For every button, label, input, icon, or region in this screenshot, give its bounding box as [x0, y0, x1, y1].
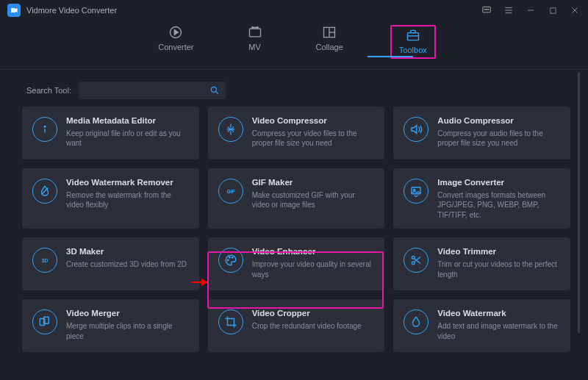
search-label: Search Tool:	[26, 86, 71, 95]
svg-line-23	[216, 92, 218, 94]
tab-toolbox[interactable]: Toolbox	[390, 25, 436, 59]
scrollbar[interactable]	[578, 72, 580, 333]
tool-title: Video Enhancer	[252, 246, 375, 257]
svg-point-22	[211, 87, 216, 92]
tool-video-compressor[interactable]: Video CompressorCompress your video file…	[208, 107, 385, 159]
tool-video-merger[interactable]: Video MergerMerge multiple clips into a …	[22, 299, 199, 352]
tab-collage[interactable]: Collage	[310, 25, 349, 59]
tool-image-converter[interactable]: Image ConverterConvert images formats be…	[393, 168, 570, 229]
svg-text:GIF: GIF	[226, 189, 234, 194]
svg-rect-20	[410, 30, 415, 32]
scissors-icon	[404, 248, 429, 273]
tool-title: Video Cropper	[252, 308, 375, 319]
tab-converter[interactable]: Converter	[152, 25, 199, 59]
svg-point-2	[486, 9, 487, 10]
tool-title: Video Trimmer	[437, 246, 560, 257]
water-icon	[404, 309, 429, 334]
image-convert-icon	[404, 179, 429, 204]
tool-desc: Compress your audio files to the proper …	[437, 129, 560, 148]
maximize-button[interactable]	[547, 4, 559, 16]
tool-title: Video Compressor	[252, 115, 375, 126]
tool-desc: Convert images formats between JPG/JPEG,…	[437, 190, 560, 221]
tool-title: Media Metadata Editor	[66, 115, 189, 126]
svg-rect-8	[550, 7, 555, 12]
tool-title: Video Watermark Remover	[66, 177, 189, 188]
merge-icon	[32, 309, 57, 334]
tool-desc: Add text and image watermark to the vide…	[437, 321, 560, 341]
crop-icon	[218, 309, 243, 334]
tools-grid: Media Metadata EditorKeep original file …	[22, 107, 570, 352]
app-logo-icon	[7, 4, 21, 17]
tool-desc: Keep original file info or edit as you w…	[66, 129, 189, 148]
tool-media-metadata-editor[interactable]: Media Metadata EditorKeep original file …	[22, 107, 199, 159]
tool-desc: Make customized GIF with your video or i…	[252, 190, 375, 210]
tool-desc: Create customized 3D video from 2D	[66, 259, 189, 270]
tool-video-watermark-remover[interactable]: Video Watermark RemoverRemove the waterm…	[22, 168, 199, 229]
svg-point-34	[232, 257, 233, 259]
svg-point-3	[488, 9, 489, 10]
tab-mv[interactable]: MV	[241, 25, 269, 59]
tool-title: Image Converter	[437, 177, 560, 188]
palette-icon	[218, 248, 243, 273]
titlebar: Vidmore Video Converter	[0, 0, 588, 21]
tool-desc: Improve your video quality in several wa…	[252, 259, 375, 279]
svg-point-32	[227, 260, 229, 262]
window-controls	[481, 4, 581, 16]
info-icon	[32, 117, 57, 142]
tool-desc: Merge multiple clips into a single piece	[66, 321, 189, 341]
main-nav: Converter MV Collage Toolbox	[0, 21, 588, 70]
tool-video-watermark[interactable]: Video WatermarkAdd text and image waterm…	[393, 299, 570, 352]
tab-converter-label: Converter	[158, 43, 193, 51]
gif-icon: GIF	[218, 179, 243, 204]
tool-3d-maker[interactable]: 3D 3D MakerCreate customized 3D video fr…	[22, 237, 199, 290]
threed-icon: 3D	[32, 248, 57, 273]
search-icon[interactable]	[209, 85, 220, 96]
close-button[interactable]	[569, 4, 581, 16]
tool-desc: Crop the redundant video footage	[252, 321, 375, 331]
tool-title: Audio Compressor	[437, 115, 560, 126]
svg-point-35	[412, 257, 415, 259]
svg-text:3D: 3D	[42, 258, 49, 263]
audio-compress-icon	[404, 117, 429, 142]
tool-video-trimmer[interactable]: Video TrimmerTrim or cut your videos to …	[393, 237, 570, 290]
tool-title: GIF Maker	[252, 177, 375, 188]
svg-point-33	[229, 257, 230, 259]
search-input[interactable]	[85, 86, 209, 95]
active-tab-underline	[368, 56, 413, 57]
tool-title: Video Watermark	[437, 308, 560, 319]
tool-title: Video Merger	[66, 308, 189, 319]
tool-desc: Remove the watermark from the video flex…	[66, 190, 189, 210]
droplet-icon	[32, 179, 57, 204]
tool-audio-compressor[interactable]: Audio CompressorCompress your audio file…	[393, 107, 570, 159]
tool-video-cropper[interactable]: Video CropperCrop the redundant video fo…	[208, 299, 385, 352]
tool-video-enhancer[interactable]: Video EnhancerImprove your video quality…	[208, 237, 385, 290]
menu-icon[interactable]	[503, 4, 514, 16]
svg-marker-12	[175, 30, 179, 35]
svg-point-1	[484, 9, 485, 10]
tab-mv-label: MV	[248, 43, 261, 51]
svg-point-36	[412, 262, 415, 265]
minimize-button[interactable]	[525, 4, 537, 16]
svg-point-24	[44, 126, 46, 127]
svg-rect-19	[407, 33, 418, 40]
tab-collage-label: Collage	[316, 43, 343, 51]
compress-icon	[218, 117, 243, 142]
tool-desc: Trim or cut your videos to the perfect l…	[437, 259, 560, 279]
search-row: Search Tool:	[0, 70, 588, 107]
tool-gif-maker[interactable]: GIF GIF MakerMake customized GIF with yo…	[208, 168, 385, 229]
svg-rect-13	[249, 29, 260, 37]
tab-toolbox-label: Toolbox	[399, 46, 427, 54]
search-box[interactable]	[79, 82, 226, 99]
feedback-icon[interactable]	[481, 4, 492, 16]
app-title: Vidmore Video Converter	[26, 6, 117, 15]
tool-title: 3D Maker	[66, 246, 189, 257]
tool-desc: Compress your video files to the proper …	[252, 129, 375, 148]
